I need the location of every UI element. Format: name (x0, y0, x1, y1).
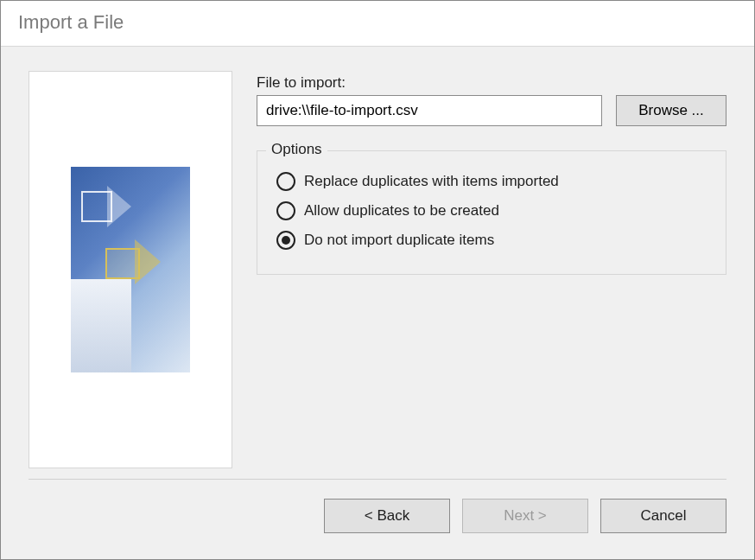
radio-label: Allow duplicates to be created (304, 202, 499, 220)
file-to-import-label: File to import: (257, 74, 726, 92)
dialog-title: Import a File (1, 1, 754, 47)
option-no-duplicates[interactable]: Do not import duplicate items (273, 226, 710, 255)
options-legend: Options (266, 141, 327, 158)
wizard-button-row: < Back Next > Cancel (1, 480, 754, 552)
radio-label: Replace duplicates with items imported (304, 173, 559, 190)
radio-icon (276, 201, 295, 220)
wizard-image-panel (29, 71, 232, 468)
file-path-input[interactable] (257, 95, 602, 126)
form-area: File to import: Browse ... Options Repla… (257, 71, 726, 468)
option-allow-duplicates[interactable]: Allow duplicates to be created (273, 196, 710, 226)
next-button[interactable]: Next > (462, 499, 588, 533)
arrow-white-icon (81, 175, 142, 236)
content-area: File to import: Browse ... Options Repla… (1, 47, 754, 479)
back-button[interactable]: < Back (324, 499, 450, 533)
radio-label: Do not import duplicate items (304, 232, 494, 249)
wizard-graphic (71, 167, 190, 372)
options-fieldset: Options Replace duplicates with items im… (257, 150, 726, 275)
file-input-row: Browse ... (257, 95, 726, 126)
arrow-yellow-icon (105, 236, 174, 288)
cancel-button[interactable]: Cancel (600, 499, 726, 533)
radio-icon (276, 172, 295, 191)
option-replace-duplicates[interactable]: Replace duplicates with items imported (273, 167, 710, 196)
radio-icon (276, 231, 295, 250)
browse-button[interactable]: Browse ... (616, 95, 726, 126)
